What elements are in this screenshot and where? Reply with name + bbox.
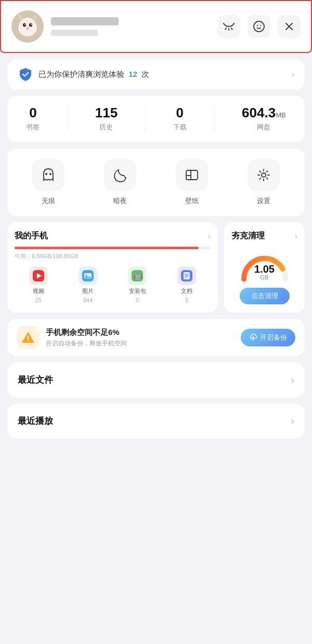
svg-point-2	[19, 18, 36, 32]
app-apk-label: 安装包	[129, 287, 146, 295]
eye-hide-button[interactable]	[217, 15, 240, 38]
svg-point-7	[24, 24, 25, 25]
app-pictures-label: 图片	[82, 287, 94, 295]
protection-count: 12	[128, 70, 137, 78]
action-incognito[interactable]: 无痕	[32, 159, 64, 206]
protection-banner[interactable]: 已为你保护清爽浏览体验 12 次 ›	[7, 59, 305, 89]
user-sub-blur	[51, 30, 98, 36]
action-settings-label: 设置	[257, 196, 270, 206]
close-button[interactable]	[278, 15, 301, 38]
svg-point-14	[257, 25, 258, 26]
moon-icon-box	[104, 159, 136, 191]
backup-icon	[17, 326, 40, 349]
recent-play-chevron: ›	[291, 415, 294, 427]
pictures-icon	[79, 266, 97, 285]
action-night[interactable]: 暗夜	[104, 159, 136, 206]
user-info	[51, 17, 217, 36]
action-night-label: 暗夜	[113, 196, 127, 206]
stats-card: 0 书签 115 历史 0 下载 604.3MB 网盘	[7, 96, 305, 142]
stat-download[interactable]: 0 下载	[173, 106, 187, 132]
protection-text: 已为你保护清爽浏览体验 12 次	[38, 70, 288, 79]
stat-history-label: 历史	[99, 123, 113, 132]
gauge-text: 1.05 GB	[254, 264, 275, 280]
recent-play-card[interactable]: 最近播放 ›	[7, 404, 305, 438]
app-docs-label: 文档	[181, 287, 192, 295]
stat-cloud[interactable]: 604.3MB 网盘	[242, 106, 286, 132]
backup-subtitle: 开启自动备份，释放手机空间	[46, 339, 235, 348]
app-video[interactable]: 视频 25	[15, 266, 62, 303]
svg-point-6	[29, 23, 32, 27]
phone-card-chevron[interactable]: ›	[208, 232, 211, 241]
svg-line-12	[231, 28, 232, 30]
settings-icon-box	[248, 159, 280, 191]
stat-history[interactable]: 115 历史	[95, 106, 118, 132]
app-docs-count: 5	[185, 297, 188, 303]
stat-history-value: 115	[95, 106, 118, 119]
stat-bookmarks-label: 书签	[26, 123, 40, 132]
ghost-icon-box	[32, 159, 64, 191]
stat-divider-2	[145, 106, 146, 132]
cloud-upload-icon	[249, 333, 257, 342]
apk-icon: 🤖	[128, 266, 147, 285]
app-apk[interactable]: 🤖 安装包 0	[114, 266, 161, 303]
svg-point-9	[27, 27, 29, 29]
stat-download-label: 下载	[173, 123, 187, 132]
recent-files-chevron: ›	[291, 374, 294, 386]
action-incognito-label: 无痕	[42, 196, 55, 206]
phone-card-title: 我的手机	[15, 231, 48, 242]
gauge-wrap: 1.05 GB	[236, 247, 293, 280]
storage-label: 可用：6.86GB/108.85GB	[15, 252, 211, 260]
backup-text: 手机剩余空间不足6% 开启自动备份，释放手机空间	[46, 328, 235, 348]
app-apk-count: 0	[136, 297, 139, 303]
phone-card: 我的手机 › 可用：6.86GB/108.85GB 视频 25 图片 944	[7, 222, 218, 313]
svg-point-13	[254, 21, 264, 32]
stat-divider-1	[67, 106, 68, 132]
clean-card-chevron[interactable]: ›	[295, 232, 297, 241]
protection-prefix: 已为你保护清爽浏览体验	[38, 70, 124, 78]
protection-chevron: ›	[292, 70, 294, 79]
phone-card-header: 我的手机 ›	[15, 231, 211, 242]
action-wallpaper-label: 壁纸	[185, 196, 199, 206]
stat-download-value: 0	[176, 106, 183, 119]
recent-files-title: 最近文件	[18, 374, 53, 386]
backup-card: 手机剩余空间不足6% 开启自动备份，释放手机空间 开启备份	[7, 319, 305, 356]
wallpaper-icon-box	[176, 159, 208, 191]
header-icons	[217, 15, 301, 38]
quick-actions-card: 无痕 暗夜 壁纸 设置	[7, 149, 305, 216]
clean-button[interactable]: 点击清理	[240, 288, 290, 304]
action-wallpaper[interactable]: 壁纸	[176, 159, 208, 206]
app-pictures-count: 944	[83, 297, 93, 303]
stat-bookmarks-value: 0	[29, 106, 36, 119]
storage-progress-fill	[15, 247, 199, 249]
stat-bookmarks[interactable]: 0 书签	[26, 106, 40, 132]
user-name-blur	[51, 17, 119, 25]
avatar[interactable]	[11, 10, 44, 43]
clean-card-header: 夯克清理 ›	[231, 231, 297, 242]
svg-text:🤖: 🤖	[134, 272, 142, 280]
stat-cloud-value: 604.3MB	[242, 106, 286, 119]
stat-cloud-label: 网盘	[257, 123, 270, 132]
header	[0, 0, 312, 53]
svg-point-15	[260, 25, 261, 26]
app-video-count: 25	[35, 297, 42, 303]
storage-progress-bar	[15, 247, 211, 249]
clean-card: 夯克清理 › 1.05 GB 点击清理	[224, 222, 305, 313]
svg-point-5	[23, 23, 26, 27]
svg-point-18	[45, 173, 47, 175]
app-video-label: 视频	[33, 287, 44, 295]
bottom-section: 我的手机 › 可用：6.86GB/108.85GB 视频 25 图片 944	[7, 222, 305, 313]
svg-point-8	[31, 24, 32, 25]
svg-point-19	[49, 173, 51, 175]
backup-button[interactable]: 开启备份	[241, 329, 295, 346]
emoji-button[interactable]	[248, 15, 270, 38]
app-pictures[interactable]: 图片 944	[64, 266, 111, 303]
recent-files-card[interactable]: 最近文件 ›	[7, 363, 305, 397]
backup-btn-label: 开启备份	[260, 333, 287, 342]
action-settings[interactable]: 设置	[248, 159, 280, 206]
docs-icon	[177, 266, 196, 285]
app-docs[interactable]: 文档 5	[163, 266, 211, 303]
svg-point-23	[262, 173, 266, 177]
gauge-value: 1.05	[254, 264, 275, 274]
backup-title: 手机剩余空间不足6%	[46, 328, 235, 338]
clean-card-title: 夯克清理	[231, 231, 265, 242]
